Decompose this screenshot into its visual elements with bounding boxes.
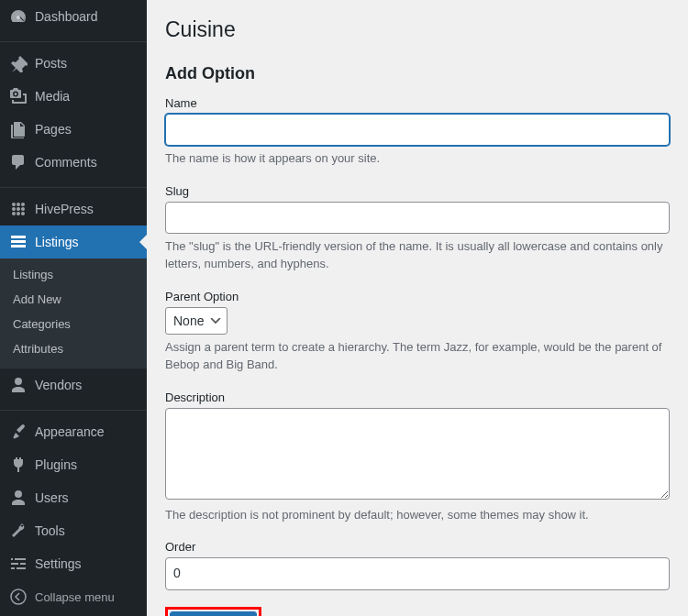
pages-icon: [9, 120, 28, 138]
admin-sidebar: Dashboard Posts Media Pages Comments Hiv…: [0, 0, 147, 616]
menu-label: Tools: [35, 523, 65, 538]
hive-icon: [9, 200, 28, 218]
add-option-button[interactable]: Add Option: [170, 611, 257, 616]
slug-label: Slug: [165, 184, 670, 198]
field-parent: Parent Option None Assign a parent term …: [165, 290, 670, 374]
field-order: Order: [165, 540, 670, 589]
menu-users[interactable]: Users: [0, 481, 147, 514]
svg-point-0: [17, 16, 20, 19]
wrench-icon: [9, 522, 28, 540]
menu-posts[interactable]: Posts: [0, 47, 147, 80]
collapse-menu[interactable]: Collapse menu: [0, 580, 147, 613]
svg-point-6: [21, 207, 25, 211]
menu-label: Dashboard: [35, 9, 98, 24]
svg-point-5: [17, 207, 20, 211]
svg-point-3: [21, 203, 25, 206]
page-title: Cuisine: [165, 9, 670, 46]
submenu-item-categories[interactable]: Categories: [0, 312, 147, 336]
menu-pages[interactable]: Pages: [0, 113, 147, 146]
menu-plugins[interactable]: Plugins: [0, 448, 147, 481]
submenu-item-addnew[interactable]: Add New: [0, 287, 147, 312]
menu-label: HivePress: [35, 202, 94, 216]
person-icon: [9, 376, 28, 394]
order-label: Order: [165, 540, 670, 554]
menu-label: Plugins: [35, 457, 77, 472]
description-textarea[interactable]: [165, 408, 670, 500]
menu-label: Vendors: [35, 378, 82, 392]
menu-label: Posts: [35, 56, 67, 71]
field-description: Description The description is not promi…: [165, 390, 670, 524]
menu-label: Appearance: [35, 424, 105, 439]
dashboard-icon: [9, 7, 28, 26]
svg-point-9: [21, 212, 25, 215]
name-description: The name is how it appears on your site.: [165, 149, 670, 168]
order-input[interactable]: [165, 557, 670, 589]
svg-point-1: [12, 203, 16, 206]
slug-description: The "slug" is the URL-friendly version o…: [165, 237, 670, 273]
menu-tools[interactable]: Tools: [0, 514, 147, 547]
submit-highlight: Add Option: [165, 607, 261, 616]
submenu-item-listings[interactable]: Listings: [0, 262, 147, 287]
parent-description: Assign a parent term to create a hierarc…: [165, 338, 670, 374]
menu-listings[interactable]: Listings: [0, 226, 147, 258]
svg-point-2: [17, 203, 20, 206]
name-input[interactable]: [165, 114, 670, 146]
pin-icon: [9, 54, 28, 72]
description-desc: The description is not prominent by defa…: [165, 506, 670, 524]
menu-label: Pages: [35, 122, 72, 137]
svg-point-7: [12, 212, 16, 215]
menu-separator: [0, 183, 147, 188]
menu-separator: [0, 38, 147, 42]
name-label: Name: [165, 96, 670, 110]
menu-hivepress[interactable]: HivePress: [0, 192, 147, 226]
field-name: Name The name is how it appears on your …: [165, 96, 670, 168]
menu-label: Settings: [35, 556, 82, 571]
svg-point-4: [12, 207, 16, 211]
menu-label: Media: [35, 89, 70, 104]
media-icon: [9, 87, 28, 105]
plug-icon: [9, 456, 28, 474]
parent-select[interactable]: None: [165, 307, 227, 335]
form-heading: Add Option: [165, 64, 670, 83]
menu-appearance[interactable]: Appearance: [0, 415, 147, 448]
submenu-listings: Listings Add New Categories Attributes: [0, 258, 147, 368]
menu-comments[interactable]: Comments: [0, 146, 147, 179]
main-content: Cuisine Add Option Name The name is how …: [147, 0, 688, 616]
field-slug: Slug The "slug" is the URL-friendly vers…: [165, 184, 670, 273]
menu-dashboard[interactable]: Dashboard: [0, 0, 147, 33]
comment-icon: [9, 153, 28, 171]
user-icon: [9, 489, 28, 507]
brush-icon: [9, 423, 28, 441]
svg-point-8: [17, 212, 20, 215]
slug-input[interactable]: [165, 202, 670, 234]
menu-separator: [0, 406, 147, 411]
collapse-icon: [9, 588, 28, 606]
menu-vendors[interactable]: Vendors: [0, 368, 147, 402]
menu-settings[interactable]: Settings: [0, 547, 147, 580]
description-label: Description: [165, 390, 670, 404]
menu-label: Comments: [35, 155, 97, 170]
sliders-icon: [9, 555, 28, 573]
collapse-label: Collapse menu: [35, 590, 115, 604]
parent-label: Parent Option: [165, 290, 670, 303]
menu-label: Users: [35, 490, 69, 505]
menu-label: Listings: [35, 235, 78, 249]
menu-media[interactable]: Media: [0, 80, 147, 113]
list-icon: [9, 233, 28, 251]
svg-point-10: [11, 589, 26, 604]
submenu-item-attributes[interactable]: Attributes: [0, 336, 147, 361]
